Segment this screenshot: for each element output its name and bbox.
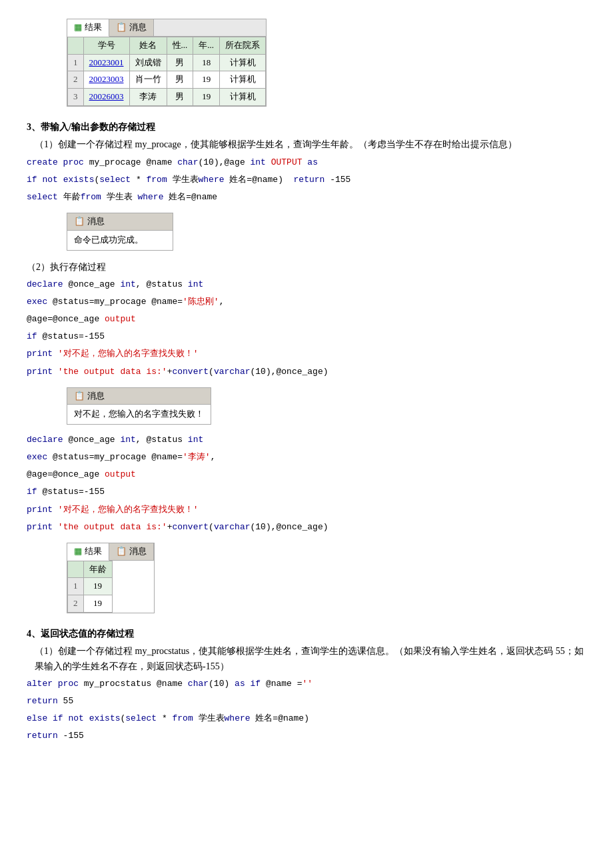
row-num: 2	[68, 595, 84, 613]
msg-tab-label-2: 消息	[87, 389, 105, 403]
code-exec-2-2: exec @status=my_procage @name='李涛',	[27, 450, 586, 465]
student-dept: 计算机	[220, 89, 266, 106]
col-header-dept: 所在院系	[220, 37, 266, 54]
code-block-3-3: select 年龄from 学生表 where 姓名=@name	[27, 190, 586, 205]
student-age: 19	[193, 71, 220, 89]
table-row: 1 20023001 刘成锴 男 18 计算机	[68, 54, 266, 71]
data-table-2: 年龄 1 19 2 19	[67, 561, 113, 613]
tab-result-label-1: 结果	[85, 21, 102, 35]
code-exec-2-4: if @status=-155	[27, 485, 586, 499]
code-block-3-2: if not exists(select * from 学生表where 姓名=…	[27, 173, 586, 187]
msg-tab-icon-1: 📋	[74, 215, 85, 229]
col2-header-age: 年龄	[83, 561, 112, 578]
student-id: 20023001	[83, 54, 129, 71]
student-name: 刘成锴	[129, 54, 167, 71]
tab-result-1[interactable]: ▦ 结果	[67, 19, 109, 37]
code-exec-1-3: @age=@once_age output	[27, 312, 586, 327]
msg-icon-2b: 📋	[116, 545, 127, 559]
tab-result-label-2: 结果	[85, 545, 102, 559]
tab-msg-label-1: 消息	[129, 21, 147, 35]
row-num: 2	[68, 71, 84, 89]
code-exec-1-6: print 'the output data is:'+convert(varc…	[27, 365, 586, 379]
table-icon-1: ▦	[74, 21, 82, 35]
student-gender: 男	[167, 54, 193, 71]
student-id: 20023003	[83, 71, 129, 89]
col-header-gender: 性...	[167, 37, 193, 54]
row-num: 3	[68, 89, 84, 106]
msg-tab-2[interactable]: 📋 消息	[67, 388, 211, 405]
table-row: 2 19	[68, 595, 113, 613]
col-header-age: 年...	[193, 37, 220, 54]
student-age: 18	[193, 54, 220, 71]
tab-msg-1[interactable]: 📋 消息	[109, 19, 154, 36]
code-exec-2-5: print '对不起，您输入的名字查找失败！'	[27, 503, 586, 517]
msg-tab-label-1: 消息	[87, 215, 105, 229]
code4-4: return -155	[27, 729, 586, 743]
tab-result-2[interactable]: ▦ 结果	[67, 543, 109, 561]
section4-sub1-desc: （1）创建一个存储过程 my_procstatus，使其能够根据学生姓名，查询学…	[35, 644, 586, 674]
table-row: 3 20026003 李涛 男 19 计算机	[68, 89, 266, 106]
section3-sub2-desc-heading: （2）执行存储过程	[27, 260, 586, 275]
msg-tab-1[interactable]: 📋 消息	[67, 213, 173, 231]
student-dept: 计算机	[220, 71, 266, 89]
code-exec-1-1: declare @once_age int, @status int	[27, 277, 586, 292]
table-row: 2 20023003 肖一竹 男 19 计算机	[68, 71, 266, 89]
msg-box-1: 📋 消息 命令已成功完成。	[67, 213, 173, 251]
col-header-blank	[68, 37, 84, 54]
tab-msg-2b[interactable]: 📋 消息	[109, 543, 154, 560]
col2-header-blank	[68, 561, 84, 578]
age-value: 19	[83, 578, 112, 595]
data-table-1: 学号 姓名 性... 年... 所在院系 1 20023001 刘成锴 男 18…	[67, 37, 266, 106]
code-exec-2-6: print 'the output data is:'+convert(varc…	[27, 520, 586, 535]
section4-heading: 4、返回状态值的存储过程	[27, 627, 586, 641]
result-tabs-1: ▦ 结果 📋 消息	[67, 19, 266, 37]
code4-1: alter proc my_procstatus @name char(10) …	[27, 677, 586, 691]
student-dept: 计算机	[220, 54, 266, 71]
code-exec-1-5: print '对不起，您输入的名字查找失败！'	[27, 347, 586, 361]
code-exec-2-3: @age=@once_age output	[27, 467, 586, 482]
table-row: 1 19	[68, 578, 113, 595]
msg-tab-icon-2: 📋	[74, 389, 85, 403]
msg-box-2: 📋 消息 对不起，您输入的名字查找失败！	[67, 387, 211, 425]
row-num: 1	[68, 578, 84, 595]
student-id: 20026003	[83, 89, 129, 106]
section3-sub1-desc: （1）创建一个存储过程 my_procage，使其能够根据学生姓名，查询学生年龄…	[35, 137, 586, 152]
table-icon-2: ▦	[74, 545, 82, 559]
result-tabs-2: ▦ 结果 📋 消息	[67, 543, 154, 561]
code-block-3-1: create proc my_procage @name char(10),@a…	[27, 155, 586, 170]
result-box-1: ▦ 结果 📋 消息 学号 姓名 性... 年... 所在院系 1 2002300…	[67, 19, 267, 107]
section3-heading: 3、带输入/输出参数的存储过程	[27, 120, 586, 135]
code-exec-1-2: exec @status=my_procage @name='陈忠刚',	[27, 295, 586, 309]
msg-content-2: 对不起，您输入的名字查找失败！	[67, 405, 211, 424]
student-age: 19	[193, 89, 220, 106]
msg-content-1: 命令已成功完成。	[67, 231, 173, 250]
col-header-name: 姓名	[129, 37, 167, 54]
tab-msg-label-2b: 消息	[129, 545, 147, 559]
code4-2: return 55	[27, 694, 586, 709]
code-exec-2-1: declare @once_age int, @status int	[27, 433, 586, 447]
student-gender: 男	[167, 71, 193, 89]
code-exec-1-4: if @status=-155	[27, 329, 586, 344]
result-box-2: ▦ 结果 📋 消息 年龄 1 19 2 19	[67, 543, 155, 613]
col-header-id: 学号	[83, 37, 129, 54]
student-name: 李涛	[129, 89, 167, 106]
row-num: 1	[68, 54, 84, 71]
msg-icon-1: 📋	[116, 21, 127, 35]
age-value: 19	[83, 595, 112, 613]
student-gender: 男	[167, 89, 193, 106]
student-name: 肖一竹	[129, 71, 167, 89]
code4-3: else if not exists(select * from 学生表wher…	[27, 711, 586, 726]
